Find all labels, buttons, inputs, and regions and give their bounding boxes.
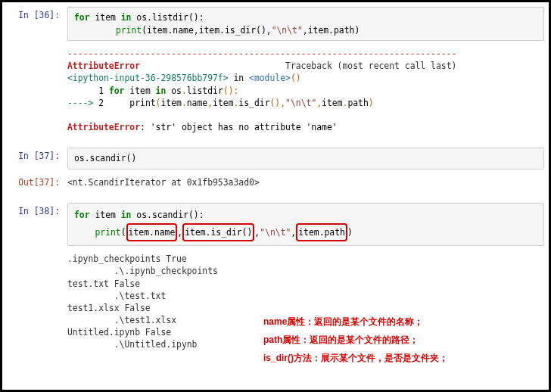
tb-f2: is_dir [238, 98, 269, 108]
dot3: . [328, 25, 334, 36]
fn-scandir-37: scandir [90, 153, 126, 163]
arg-item2: item [199, 25, 219, 36]
tb-in: in [229, 73, 249, 83]
error-name-header: AttributeError [67, 61, 140, 71]
str-literal-38: "\n\t" [260, 227, 291, 238]
keyword-for-38: for [74, 210, 90, 220]
code-input-37[interactable]: os.scandir() [67, 148, 544, 170]
cell-37-output: Out[37]: <nt.ScandirIterator at 0x1fb953… [2, 170, 549, 191]
fn-scandir-38: scandir [152, 210, 188, 220]
dot2: . [219, 25, 225, 36]
comma1: , [194, 25, 199, 36]
error-msg: : 'str' object has no attribute 'name' [140, 122, 338, 132]
traceback-36: ----------------------------------------… [67, 45, 544, 135]
indent-38 [74, 227, 95, 238]
cell-36-output: ----------------------------------------… [2, 41, 549, 135]
tb-pc: ) [369, 98, 374, 108]
str-literal: "\n\t" [272, 25, 303, 36]
tb-line2-pre [104, 98, 129, 108]
keyword-in: in [121, 12, 132, 23]
highlight-item-name: item.name [126, 223, 178, 242]
keyword-in-38: in [121, 210, 132, 220]
tb-pp: () [223, 86, 234, 96]
mod-os-38: os [136, 210, 147, 220]
arg-item1: item [147, 25, 167, 36]
prompt-in-38: In [38]: [2, 203, 67, 216]
cell-38: In [38]: for item in os.scandir(): print… [2, 198, 549, 246]
comma1-38: , [177, 227, 182, 238]
dot-37: . [85, 153, 90, 163]
dot: . [147, 12, 152, 23]
cell-37: In [37]: os.scandir() [2, 143, 549, 170]
error-name-final: AttributeError [67, 122, 140, 132]
parens-38: () [188, 210, 199, 220]
attr-path: path [334, 25, 354, 36]
traceback-parens: () [291, 73, 301, 83]
tb-in-kw: in [156, 86, 167, 96]
var-item-38: item [95, 210, 115, 220]
traceback-header: Traceback (most recent call last) [285, 61, 456, 71]
var-item: item [95, 12, 115, 23]
tb-sp2: os [166, 86, 182, 96]
tb-fn: listdir [187, 86, 223, 96]
fn-print-38: print [95, 227, 120, 238]
code-input-38[interactable]: for item in os.scandir(): print(item.nam… [67, 203, 544, 246]
cell-36: In [36]: for item in os.listdir(): print… [2, 2, 549, 41]
prompt-out-37: Out[37]: [2, 174, 67, 188]
keyword-for: for [74, 12, 90, 23]
colon-38: : [199, 210, 204, 220]
dot-38: . [147, 210, 152, 220]
tb-d1: . [182, 98, 187, 108]
fn-listdir: listdir [152, 12, 188, 23]
code-input-36[interactable]: for item in os.listdir(): print(item.nam… [67, 7, 544, 41]
tb-print: print [129, 98, 155, 108]
mod-os-37: os [74, 153, 85, 163]
highlight-item-isdir: item.is_dir() [182, 223, 254, 242]
tb-f1: name [187, 98, 207, 108]
annotation-path: path属性：返回的是某个文件的路径； [263, 331, 448, 349]
tb-for: for [109, 86, 125, 96]
tb-f3: path [347, 98, 368, 108]
indent [74, 25, 116, 36]
paren-open: ( [142, 25, 147, 36]
tb-item3: item [322, 98, 342, 108]
traceback-separator: ----------------------------------------… [67, 48, 456, 59]
tb-line2-num: 2 [98, 98, 104, 108]
tb-item2: item [213, 98, 233, 108]
attr-isdir: is_dir [225, 25, 256, 36]
prompt-empty-36out [2, 45, 67, 48]
tb-dot: . [182, 86, 187, 96]
tb-p2: () [270, 98, 281, 108]
colon: : [199, 12, 204, 23]
paren-close-38: ) [347, 227, 353, 238]
traceback-location: <ipython-input-36-298576bb797f> [67, 73, 229, 83]
comma3-38: , [291, 227, 296, 238]
tb-sp1: item [124, 86, 155, 96]
fn-print: print [116, 25, 142, 36]
traceback-module: <module> [249, 73, 291, 83]
tb-line1-num: 1 [67, 86, 109, 96]
spacer [140, 61, 285, 71]
comma3: , [303, 25, 308, 36]
comma2: , [266, 25, 272, 36]
traceback-arrow: ----> [67, 98, 98, 108]
annotation-box: name属性：返回的是某个文件的名称； path属性：返回的是某个文件的路径； … [263, 313, 448, 367]
tb-item1: item [160, 98, 181, 108]
prompt-in-36: In [36]: [2, 7, 67, 20]
mod-os: os [136, 12, 147, 23]
prompt-in-37: In [37]: [2, 148, 67, 161]
parens: () [188, 12, 199, 23]
tb-str: "\n\t" [285, 98, 316, 108]
paren-open-38: ( [121, 227, 126, 238]
arg-item3: item [308, 25, 328, 36]
output-37: <nt.ScandirIterator at 0x1fb953a3ad0> [67, 174, 544, 191]
attr-name: name [173, 25, 193, 36]
annotation-name: name属性：返回的是某个文件的名称； [263, 313, 448, 331]
annotation-isdir: is_dir()方法：展示某个文件，是否是文件夹； [263, 349, 448, 367]
isdir-parens: () [256, 25, 266, 36]
highlight-item-path: item.path [296, 223, 347, 242]
parens-37: () [126, 153, 137, 163]
prompt-empty-38out [2, 250, 67, 254]
paren-close: ) [354, 25, 360, 36]
tb-colon: : [234, 86, 239, 96]
